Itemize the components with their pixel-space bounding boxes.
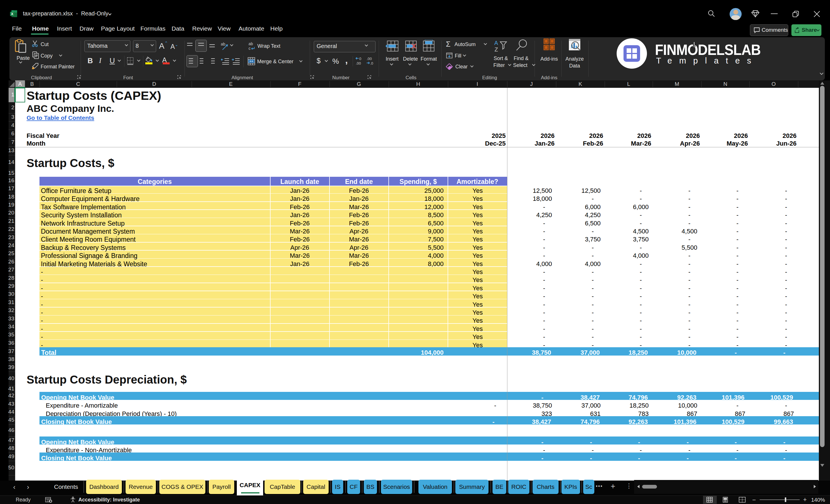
svg-text:0: 0: [359, 57, 361, 61]
svg-text:ab: ab: [221, 42, 225, 46]
svg-text:.00: .00: [367, 57, 372, 61]
svg-text:ab: ab: [249, 42, 253, 46]
svg-text:.0: .0: [370, 61, 373, 65]
svg-text:.00: .00: [356, 61, 361, 65]
svg-text:X: X: [11, 12, 13, 16]
svg-text:c: c: [249, 46, 251, 51]
svg-text:A: A: [494, 40, 498, 46]
svg-text:Z: Z: [494, 46, 498, 53]
